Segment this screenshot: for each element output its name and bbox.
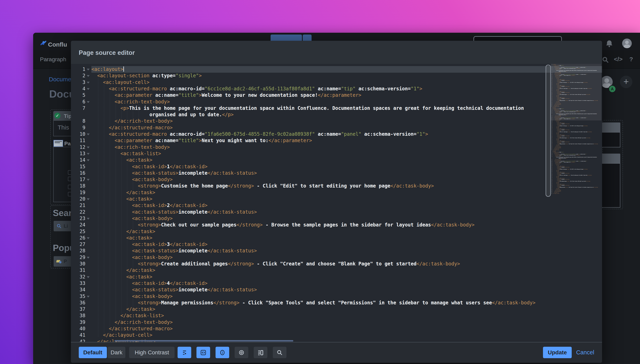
fold-arrow-icon[interactable]: [552, 154, 552, 154]
code-line[interactable]: 34<ac:task-status>incomplete</ac:task-st…: [71, 286, 602, 293]
fold-arrow-icon[interactable]: [552, 163, 552, 164]
notifications-bell-icon[interactable]: [605, 39, 613, 48]
fold-arrow-icon[interactable]: [552, 134, 552, 134]
code-line[interactable]: 7<p>This is the home page for your docum…: [71, 105, 602, 112]
toolbar-code-icon[interactable]: </>: [614, 56, 622, 63]
fold-arrow-icon[interactable]: [552, 66, 552, 66]
fold-arrow-icon[interactable]: [87, 134, 90, 135]
fold-arrow-icon[interactable]: [552, 165, 552, 166]
code-block-icon[interactable]: [197, 347, 210, 358]
fold-arrow-icon[interactable]: [552, 78, 552, 78]
code-line[interactable]: 41</ac:layout-cell>: [71, 332, 602, 338]
fold-arrow-icon[interactable]: [552, 110, 552, 110]
code-line[interactable]: 10<ac:structured-macro ac:macro-id="1fa6…: [71, 131, 602, 138]
fold-arrow-icon[interactable]: [552, 153, 552, 153]
minimap[interactable]: 1<ac:layout>2<ac:layout-section ac:type=…: [551, 64, 601, 202]
code-line[interactable]: 23<ac:task-body>: [71, 215, 602, 222]
info-icon[interactable]: [216, 347, 229, 358]
fold-arrow-icon[interactable]: [552, 128, 552, 128]
code-line[interactable]: 21<ac:task-id>2</ac:task-id>: [71, 202, 602, 209]
code-line[interactable]: 25</ac:task>: [71, 228, 602, 235]
toolbar-help-icon[interactable]: ?: [629, 56, 633, 63]
fold-arrow-icon[interactable]: [87, 101, 90, 103]
fold-arrow-icon[interactable]: [552, 64, 552, 64]
vertical-scrollbar[interactable]: [545, 65, 551, 197]
code-line[interactable]: 2<ac:layout-section ac:type="single">: [71, 72, 602, 79]
code-line[interactable]: 37</ac:task>: [71, 306, 602, 312]
update-button[interactable]: Update: [543, 347, 572, 358]
fold-arrow-icon[interactable]: [552, 151, 552, 151]
fold-arrow-icon[interactable]: [87, 257, 90, 258]
code-line[interactable]: 36<strong>Manage permissions</strong> - …: [71, 300, 602, 306]
fold-arrow-icon[interactable]: [552, 156, 552, 156]
fold-arrow-icon[interactable]: [552, 180, 552, 180]
fold-arrow-icon[interactable]: [552, 74, 552, 74]
code-line[interactable]: 19</ac:task>: [71, 189, 602, 196]
fold-arrow-icon[interactable]: [87, 296, 90, 298]
fold-arrow-icon[interactable]: [552, 131, 552, 131]
code-line[interactable]: 35<ac:task-body>: [71, 293, 602, 300]
fold-arrow-icon[interactable]: [552, 87, 552, 88]
code-line[interactable]: 15<ac:task-id>1</ac:task-id>: [71, 164, 602, 170]
code-line[interactable]: 13<ac:task-list>: [71, 150, 602, 157]
fold-arrow-icon[interactable]: [552, 174, 552, 174]
code-lines[interactable]: 1<ac:layout>2<ac:layout-section ac:type=…: [71, 64, 602, 342]
fold-arrow-icon[interactable]: [87, 179, 90, 181]
fold-arrow-icon[interactable]: [87, 237, 90, 239]
fold-arrow-icon[interactable]: [87, 146, 90, 148]
code-line[interactable]: 40</ac:structured-macro>: [71, 326, 602, 332]
fold-arrow-icon[interactable]: [552, 69, 552, 70]
code-line[interactable]: 3<ac:layout-cell>: [71, 79, 602, 86]
code-line[interactable]: 42</ac:layout-section>: [551, 106, 601, 107]
fold-arrow-icon[interactable]: [552, 84, 552, 84]
code-line[interactable]: 5<ac:parameter ac:name="title">Welcome t…: [71, 92, 602, 98]
fold-arrow-icon[interactable]: [87, 276, 90, 278]
theme-button-default[interactable]: Default: [79, 347, 107, 358]
fold-arrow-icon[interactable]: [552, 177, 552, 178]
minimap-icon[interactable]: [254, 347, 267, 358]
fold-arrow-icon[interactable]: [552, 171, 552, 172]
fold-arrow-icon[interactable]: [87, 69, 90, 70]
cancel-button[interactable]: Cancel: [576, 349, 594, 356]
fold-arrow-icon[interactable]: [552, 67, 552, 68]
toolbar-search-icon[interactable]: [602, 56, 609, 64]
code-line[interactable]: 39</ac:rich-text-body>: [71, 319, 602, 326]
fold-arrow-icon[interactable]: [87, 218, 90, 220]
fold-arrow-icon[interactable]: [552, 76, 552, 76]
code-line[interactable]: 1<ac:layout>: [71, 66, 602, 73]
fold-arrow-icon[interactable]: [552, 125, 552, 125]
fold-arrow-icon[interactable]: [552, 143, 552, 143]
fold-arrow-icon[interactable]: [87, 198, 90, 200]
paragraph-style-dropdown[interactable]: Paragraph: [40, 56, 66, 63]
horizontal-scrollbar[interactable]: [115, 340, 293, 342]
code-line[interactable]: 14<ac:task>: [71, 157, 602, 164]
fold-arrow-icon[interactable]: [552, 81, 552, 82]
code-line[interactable]: 30<strong>Create additional pages</stron…: [71, 260, 602, 267]
fold-arrow-icon[interactable]: [552, 140, 552, 140]
code-line[interactable]: 6<ac:rich-text-body>: [71, 98, 602, 105]
code-line[interactable]: 22<ac:task-status>incomplete</ac:task-st…: [71, 209, 602, 216]
fold-arrow-icon[interactable]: [552, 164, 552, 164]
fold-arrow-icon[interactable]: [552, 90, 552, 90]
fold-arrow-icon[interactable]: [87, 75, 90, 77]
code-line[interactable]: 33<ac:task-id>4</ac:task-id>: [71, 280, 602, 287]
code-line[interactable]: 20<ac:task>: [71, 196, 602, 202]
invite-plus-button[interactable]: +: [620, 76, 632, 88]
fold-arrow-icon[interactable]: [552, 108, 552, 108]
code-line[interactable]: 12<ac:rich-text-body>: [71, 144, 602, 150]
fold-arrow-icon[interactable]: [552, 93, 552, 94]
user-avatar[interactable]: [622, 38, 632, 48]
find-icon[interactable]: [273, 347, 286, 358]
fold-arrow-icon[interactable]: [552, 168, 552, 168]
code-line[interactable]: 28<ac:task-status>incomplete</ac:task-st…: [71, 248, 602, 254]
fold-arrow-icon[interactable]: [87, 160, 90, 161]
format-lines-icon[interactable]: [178, 347, 191, 358]
code-line[interactable]: 29<ac:task-body>: [71, 254, 602, 261]
fold-arrow-icon[interactable]: [87, 153, 90, 155]
code-line[interactable]: 38</ac:task-list>: [71, 312, 602, 319]
code-line[interactable]: 42</ac:layout-section>: [551, 193, 601, 194]
code-line[interactable]: 26<ac:task>: [71, 235, 602, 241]
code-line[interactable]: 8</ac:rich-text-body>: [71, 118, 602, 124]
code-line[interactable]: 4<ac:structured-macro ac:macro-id="6cc1c…: [71, 86, 602, 92]
target-icon[interactable]: [235, 347, 248, 358]
